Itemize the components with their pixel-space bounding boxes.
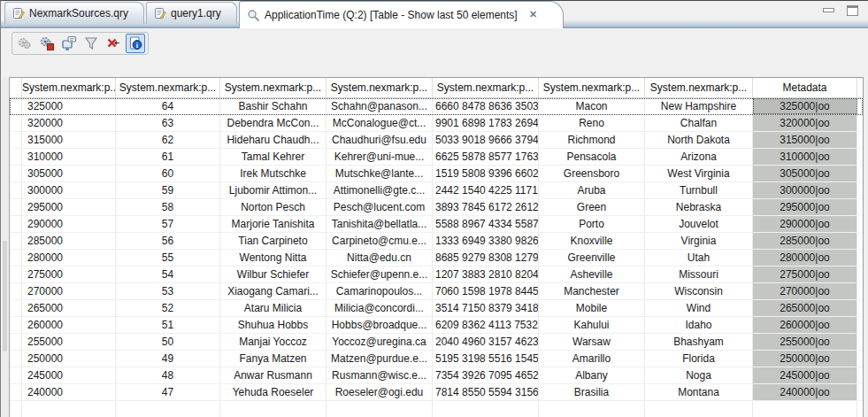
filter-button[interactable] <box>81 34 101 53</box>
cell-state: Wind <box>645 300 753 316</box>
table-row[interactable]: 265000 52 Ataru Milicia Milicia@concordi… <box>10 300 863 317</box>
cell-id: 56 <box>116 233 220 249</box>
cell-creditcard: 6660 8478 8636 3503 <box>433 98 539 114</box>
cell-creditcard: 1333 6949 3380 9826 <box>433 233 539 249</box>
tab-applicationtime[interactable]: ApplicationTime (Q:2) [Table - Show last… <box>239 1 564 28</box>
close-icon[interactable]: ✕ <box>527 9 540 21</box>
maximize-button[interactable] <box>846 5 859 16</box>
table-row[interactable]: 290000 57 Marjorie Tanishita Tanishita@b… <box>10 216 863 233</box>
table-row[interactable]: 285000 56 Tian Carpineto Carpineto@cmu.e… <box>10 233 863 250</box>
table-row[interactable]: 310000 61 Tamal Kehrer Kehrer@uni-mue...… <box>10 149 863 166</box>
column-header[interactable]: System.nexmark:p... <box>220 78 326 97</box>
cell-id: 48 <box>116 367 220 383</box>
table-row[interactable]: 295000 58 Norton Pesch Pesch@lucent.com … <box>10 199 863 216</box>
cell-metadata: 275000|oo <box>753 266 857 282</box>
table-row[interactable]: 255000 50 Manjai Yoccoz Yoccoz@uregina.c… <box>10 334 863 351</box>
cell-metadata: 245000|oo <box>753 367 857 383</box>
cell-metadata: 250000|oo <box>753 351 857 367</box>
cell-city: Kahului <box>539 317 645 333</box>
cell-metadata: 280000|oo <box>753 250 857 266</box>
cell-email: Tanishita@bellatla... <box>326 216 433 232</box>
minimize-button[interactable] <box>822 5 835 16</box>
cell-creditcard: 6209 8362 4113 7532 <box>433 317 539 333</box>
view-window: NexmarkSources.qry query1.qry <box>0 0 868 417</box>
cell-metadata: 270000|oo <box>753 283 857 299</box>
table-row[interactable]: 240000 47 Yehuda Roeseler Roeseler@ogi.e… <box>10 384 863 401</box>
cell-state: Florida <box>645 351 753 367</box>
table-row[interactable]: 300000 59 Ljubomir Attimon... Attimonell… <box>10 182 863 199</box>
gears-stop-button[interactable] <box>37 34 57 53</box>
remove-button[interactable] <box>104 34 123 53</box>
column-header[interactable]: System.nexmark:p... <box>645 78 753 97</box>
column-header[interactable]: System.nexmark:p... <box>326 78 433 97</box>
table-row[interactable]: 250000 49 Fanya Matzen Matzen@purdue.e..… <box>10 351 863 367</box>
editor-tab-bar: NexmarkSources.qry query1.qry <box>1 1 868 28</box>
left-scrollbar[interactable] <box>2 77 8 417</box>
table-row[interactable]: 260000 51 Shuhua Hobbs Hobbs@broadque...… <box>10 317 863 334</box>
table-row[interactable]: 320000 63 Debendra McCon... McConalogue@… <box>10 115 863 132</box>
cell-metadata: 320000|oo <box>753 115 857 131</box>
cell-id: 52 <box>116 300 220 316</box>
cell-city: Aruba <box>539 182 645 198</box>
cell-state: Nebraska <box>645 199 753 215</box>
cell-metadata: 265000|oo <box>753 300 857 316</box>
cell-creditcard: 1519 5808 9396 6602 <box>433 166 539 181</box>
info-toggle-button[interactable]: i <box>126 34 145 53</box>
table-row[interactable]: 245000 48 Anwar Rusmann Rusmann@wisc.e..… <box>10 367 863 384</box>
column-header[interactable]: System.nexmark:p... <box>116 78 220 97</box>
cell-email: Nitta@edu.cn <box>326 250 433 266</box>
cell-timestamp: 305000 <box>22 166 116 181</box>
cell-email: Carpineto@cmu.e... <box>326 233 433 249</box>
cell-name: Ataru Milicia <box>220 300 326 316</box>
cell-name: Tian Carpineto <box>220 233 326 249</box>
cell-state: Arizona <box>645 149 753 165</box>
column-header[interactable]: System.nexmark:p... <box>22 78 116 97</box>
view-toolbar: i <box>12 32 149 55</box>
cell-city: Brasilia <box>539 384 645 400</box>
cell-creditcard: 9901 6898 1783 2694 <box>433 115 539 131</box>
cell-city: Asheville <box>539 266 645 282</box>
cell-state: Utah <box>645 250 753 266</box>
cell-metadata: 240000|oo <box>753 384 857 400</box>
cell-id: 51 <box>116 317 220 333</box>
table-row[interactable]: 305000 60 Irek Mutschke Mutschke@lante..… <box>10 166 863 182</box>
column-header[interactable]: System.nexmark:p... <box>433 78 539 97</box>
cell-state: Jouvelot <box>645 216 753 232</box>
cell-creditcard: 8685 9279 8308 1279 <box>433 250 539 266</box>
column-header[interactable]: Metadata <box>753 78 857 97</box>
cell-state: Wisconsin <box>645 283 753 299</box>
table-header-row: System.nexmark:p...System.nexmark:p...Sy… <box>10 78 863 98</box>
cell-city: Mobile <box>539 300 645 316</box>
cell-city: Macon <box>539 98 645 114</box>
cell-email: Yoccoz@uregina.ca <box>326 334 433 350</box>
table-row[interactable]: 275000 54 Wilbur Schiefer Schiefer@upenn… <box>10 266 863 283</box>
cell-id: 60 <box>116 166 220 181</box>
cell-name: Bashir Schahn <box>220 98 326 114</box>
table-row[interactable]: 280000 55 Wentong Nitta Nitta@edu.cn 868… <box>10 250 863 266</box>
cell-state: Idaho <box>645 317 753 333</box>
magnifier-icon <box>247 9 260 22</box>
cell-metadata: 310000|oo <box>753 149 857 165</box>
cell-id: 61 <box>116 149 220 165</box>
tab-query1[interactable]: query1.qry <box>146 2 237 24</box>
cell-city: Porto <box>539 216 645 232</box>
gears-button[interactable] <box>15 34 35 53</box>
tab-nexmarksources[interactable]: NexmarkSources.qry <box>4 2 144 24</box>
scrollbar-thumb[interactable] <box>3 241 7 351</box>
cell-id: 59 <box>116 182 220 198</box>
table-row[interactable]: 315000 62 Hideharu Chaudh... Chaudhuri@f… <box>10 132 863 149</box>
table-row[interactable]: 270000 53 Xiaogang Camari... Camarinopou… <box>10 283 863 300</box>
tab-label: ApplicationTime (Q:2) [Table - Show last… <box>265 9 518 21</box>
cell-timestamp: 260000 <box>22 317 116 333</box>
cell-creditcard: 5033 9018 9666 3794 <box>433 132 539 148</box>
cell-id: 62 <box>116 132 220 148</box>
cell-creditcard: 5195 3198 5516 1545 <box>433 351 539 367</box>
table-row[interactable]: 325000 64 Bashir Schahn Schahn@panason..… <box>10 98 863 115</box>
cell-timestamp: 265000 <box>22 300 116 316</box>
column-header[interactable] <box>10 78 22 97</box>
cell-email: Milicia@concordi... <box>326 300 433 316</box>
cell-creditcard: 2040 4960 3157 4623 <box>433 334 539 350</box>
column-header[interactable]: System.nexmark:p... <box>539 78 645 97</box>
console-message-button[interactable] <box>59 34 79 53</box>
cell-name: Marjorie Tanishita <box>220 216 326 232</box>
